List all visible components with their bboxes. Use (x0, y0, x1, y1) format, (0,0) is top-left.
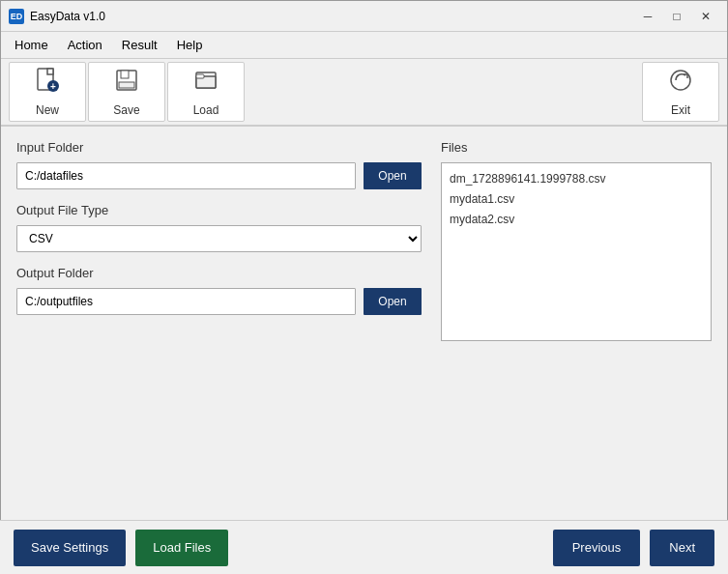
open-input-folder-button[interactable]: Open (364, 162, 422, 189)
new-icon: + (34, 67, 61, 100)
window-controls: ─ □ ✕ (634, 7, 719, 26)
input-folder-label: Input Folder (16, 140, 422, 155)
list-item: dm_1728896141.1999788.csv (450, 169, 703, 189)
title-bar: ED EasyData v1.0 ─ □ ✕ (1, 1, 727, 32)
new-button[interactable]: + New (9, 62, 86, 122)
exit-icon (667, 67, 694, 100)
load-label: Load (193, 103, 219, 117)
list-item: mydata1.csv (450, 189, 703, 210)
menu-bar: Home Action Result Help (1, 32, 727, 59)
minimize-button[interactable]: ─ (634, 7, 661, 26)
open-output-folder-button[interactable]: Open (364, 288, 422, 315)
output-folder-field[interactable] (16, 288, 356, 315)
next-button[interactable]: Next (650, 530, 714, 566)
input-folder-row: Open (16, 162, 422, 189)
svg-rect-5 (121, 71, 129, 78)
svg-text:+: + (50, 81, 56, 92)
app-title: EasyData v1.0 (30, 10, 634, 23)
svg-point-10 (671, 71, 690, 90)
save-button[interactable]: Save (88, 62, 165, 122)
app-icon: ED (9, 9, 24, 24)
output-folder-label: Output Folder (16, 266, 422, 280)
output-file-type-row: CSV Excel JSON (16, 225, 422, 252)
toolbar: + New Save Load (1, 59, 727, 127)
load-button[interactable]: Load (167, 62, 245, 122)
exit-label: Exit (671, 103, 690, 117)
right-panel: Files dm_1728896141.1999788.csv mydata1.… (441, 140, 712, 507)
maximize-button[interactable]: □ (663, 7, 690, 26)
output-folder-row: Open (16, 288, 422, 315)
load-files-button[interactable]: Load Files (135, 530, 228, 566)
svg-rect-9 (196, 74, 204, 78)
previous-button[interactable]: Previous (553, 530, 641, 566)
svg-rect-6 (119, 82, 134, 88)
close-button[interactable]: ✕ (692, 7, 719, 26)
output-file-type-label: Output File Type (16, 203, 422, 217)
main-content: Input Folder Open Output File Type CSV E… (1, 127, 727, 521)
svg-rect-1 (47, 69, 53, 74)
load-icon (192, 67, 219, 100)
input-folder-field[interactable] (16, 162, 356, 189)
left-panel: Input Folder Open Output File Type CSV E… (16, 140, 422, 507)
files-list: dm_1728896141.1999788.csv mydata1.csv my… (441, 162, 712, 341)
menu-home[interactable]: Home (5, 35, 58, 55)
new-label: New (36, 103, 59, 117)
list-item: mydata2.csv (450, 210, 703, 230)
output-file-type-select[interactable]: CSV Excel JSON (16, 225, 422, 252)
files-label: Files (441, 140, 712, 155)
menu-help[interactable]: Help (167, 35, 213, 55)
menu-result[interactable]: Result (112, 35, 167, 55)
save-settings-button[interactable]: Save Settings (14, 530, 126, 566)
save-icon (113, 67, 140, 100)
menu-action[interactable]: Action (58, 35, 112, 55)
save-label: Save (113, 103, 139, 117)
bottom-bar: Save Settings Load Files Previous Next (0, 520, 728, 574)
exit-button[interactable]: Exit (642, 62, 719, 122)
